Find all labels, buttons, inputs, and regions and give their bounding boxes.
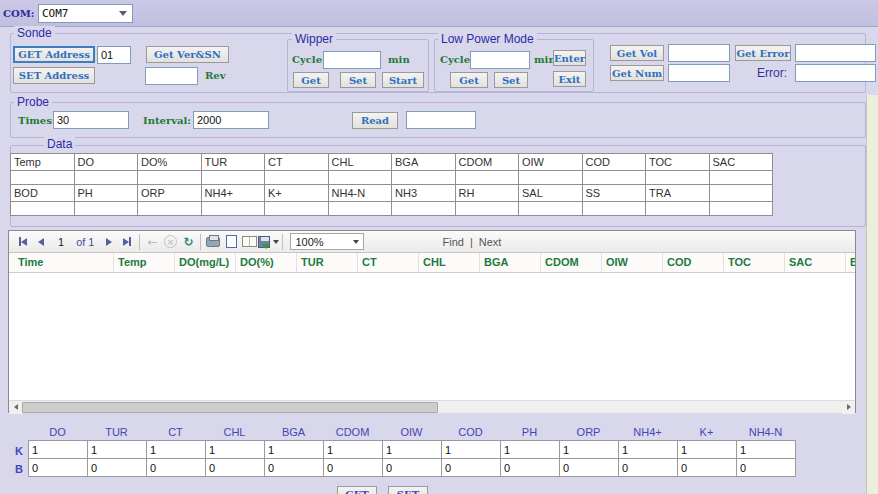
low-power-set-button[interactable]: Set <box>494 72 528 88</box>
export-button[interactable] <box>258 233 279 251</box>
k-value-cell[interactable]: 1 <box>147 441 206 459</box>
sonde-group-title: Sonde <box>14 26 55 40</box>
find-next-link[interactable]: Next <box>479 236 502 248</box>
data-value-cell <box>265 202 329 216</box>
address-field[interactable] <box>97 46 131 64</box>
grid-column-header[interactable]: TOC <box>724 253 785 272</box>
b-value-cell[interactable]: 0 <box>29 459 88 477</box>
scroll-left-button[interactable] <box>9 401 22 414</box>
grid-column-header[interactable]: OIW <box>602 253 663 272</box>
interval-field[interactable] <box>193 111 269 129</box>
grid-column-header[interactable]: BOD <box>846 253 855 272</box>
low-power-get-button[interactable]: Get <box>450 72 488 88</box>
last-page-icon <box>129 237 131 246</box>
k-value-cell[interactable]: 1 <box>501 441 560 459</box>
vol-field[interactable] <box>668 44 730 62</box>
k-value-cell[interactable]: 1 <box>678 441 737 459</box>
com-port-select[interactable]: COM7 <box>38 4 133 23</box>
rev-field[interactable] <box>145 67 198 85</box>
get-num-button[interactable]: Get Num <box>610 65 664 81</box>
low-power-enter-button[interactable]: Enter <box>553 50 586 66</box>
b-value-cell[interactable]: 0 <box>560 459 619 477</box>
data-header-cell: TOC <box>646 154 710 171</box>
data-header-cell: TRA <box>646 185 710 202</box>
k-value-cell[interactable]: 1 <box>206 441 265 459</box>
error-field[interactable] <box>795 64 876 82</box>
b-value-cell[interactable]: 0 <box>383 459 442 477</box>
low-power-cycle-field[interactable] <box>470 51 530 69</box>
b-value-cell[interactable]: 0 <box>501 459 560 477</box>
grid-horizontal-scrollbar[interactable] <box>9 400 855 413</box>
b-value-cell[interactable]: 0 <box>147 459 206 477</box>
set-address-button[interactable]: SET Address <box>13 67 95 84</box>
find-separator: | <box>470 236 473 248</box>
calibration-set-button[interactable]: SET <box>388 486 428 494</box>
b-value-cell[interactable]: 0 <box>206 459 265 477</box>
last-page-button[interactable] <box>118 233 136 251</box>
k-value-cell[interactable]: 1 <box>442 441 501 459</box>
k-value-cell[interactable]: 1 <box>265 441 324 459</box>
k-value-cell[interactable]: 1 <box>324 441 383 459</box>
wipper-cycle-field[interactable] <box>323 51 381 69</box>
data-header-cell: DO <box>74 154 138 171</box>
grid-column-header[interactable]: COD <box>663 253 724 272</box>
data-header-cell: COD <box>582 154 646 171</box>
next-page-button[interactable] <box>100 233 118 251</box>
grid-column-header[interactable]: TUR <box>297 253 358 272</box>
b-value-cell[interactable]: 0 <box>324 459 383 477</box>
read-field[interactable] <box>406 111 476 129</box>
b-value-cell[interactable]: 0 <box>442 459 501 477</box>
calibration-get-button[interactable]: GET <box>337 486 377 494</box>
num-field[interactable] <box>668 64 730 82</box>
wipper-start-button[interactable]: Start <box>382 72 424 88</box>
b-value-cell[interactable]: 0 <box>619 459 678 477</box>
print-button[interactable] <box>204 233 222 251</box>
get-error-field[interactable] <box>795 44 876 62</box>
times-field[interactable] <box>53 111 129 129</box>
k-value-cell[interactable]: 1 <box>88 441 147 459</box>
get-version-sn-button[interactable]: Get Ver&SN <box>146 46 229 63</box>
k-value-cell[interactable]: 1 <box>619 441 678 459</box>
wipper-set-button[interactable]: Set <box>340 72 376 88</box>
get-error-button[interactable]: Get Error <box>735 45 791 61</box>
data-header-cell: NH4+ <box>201 185 265 202</box>
grid-column-header[interactable]: Temp <box>114 253 175 272</box>
grid-column-header[interactable]: Time <box>14 253 114 272</box>
prev-page-button[interactable] <box>32 233 50 251</box>
get-vol-button[interactable]: Get Vol <box>610 45 664 61</box>
b-value-cell[interactable]: 0 <box>88 459 147 477</box>
data-header-cell: SAL <box>519 185 583 202</box>
wipper-get-button[interactable]: Get <box>293 72 329 88</box>
stop-icon: × <box>164 235 177 248</box>
grid-column-header[interactable]: SAC <box>785 253 846 272</box>
b-value-cell[interactable]: 0 <box>737 459 796 477</box>
refresh-button[interactable]: ↻ <box>179 233 197 251</box>
scroll-right-button[interactable] <box>842 401 855 414</box>
current-page-field[interactable]: 1 <box>58 236 64 248</box>
grid-column-header[interactable]: CHL <box>419 253 480 272</box>
grid-column-header[interactable]: DO(mg/L) <box>175 253 236 272</box>
grid-column-header[interactable]: CT <box>358 253 419 272</box>
page-setup-button[interactable] <box>240 233 258 251</box>
b-value-cell[interactable]: 0 <box>265 459 324 477</box>
times-label: Times: <box>18 115 56 126</box>
k-value-cell[interactable]: 1 <box>383 441 442 459</box>
first-page-button[interactable] <box>14 233 32 251</box>
find-link[interactable]: Find <box>442 236 463 248</box>
scrollbar-thumb[interactable] <box>22 402 438 413</box>
low-power-exit-button[interactable]: Exit <box>553 71 586 87</box>
k-value-cell[interactable]: 1 <box>737 441 796 459</box>
k-value-cell[interactable]: 1 <box>560 441 619 459</box>
back-button[interactable]: ← <box>143 233 161 251</box>
grid-column-header[interactable]: BGA <box>480 253 541 272</box>
print-layout-button[interactable] <box>222 233 240 251</box>
grid-column-header[interactable]: DO(%) <box>236 253 297 272</box>
read-button[interactable]: Read <box>352 112 398 129</box>
stop-button[interactable]: × <box>161 233 179 251</box>
zoom-select[interactable]: 100% <box>290 233 364 250</box>
grid-column-header[interactable]: CDOM <box>541 253 602 272</box>
get-address-button[interactable]: GET Address <box>13 46 95 63</box>
scroll-right-icon <box>847 404 851 410</box>
k-value-cell[interactable]: 1 <box>29 441 88 459</box>
b-value-cell[interactable]: 0 <box>678 459 737 477</box>
